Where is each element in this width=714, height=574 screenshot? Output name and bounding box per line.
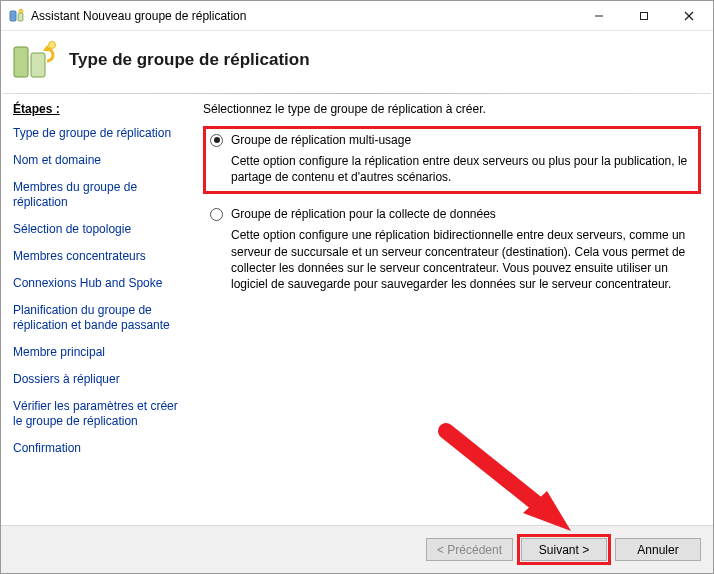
radio-multi-usage[interactable] [210,134,223,147]
steps-sidebar: Étapes : Type de groupe de réplication N… [13,102,193,525]
option-multi-usage-head[interactable]: Groupe de réplication multi-usage [210,133,692,147]
minimize-button[interactable] [576,2,621,30]
option-multi-usage-desc: Cette option configure la réplication en… [231,153,692,185]
app-icon [9,8,25,24]
wizard-window: Assistant Nouveau groupe de réplication … [0,0,714,574]
step-folders[interactable]: Dossiers à répliquer [13,372,183,387]
titlebar: Assistant Nouveau groupe de réplication [1,1,713,31]
option-data-collection-head[interactable]: Groupe de réplication pour la collecte d… [210,207,692,221]
svg-rect-4 [640,12,647,19]
radio-data-collection[interactable] [210,208,223,221]
svg-rect-8 [31,53,45,77]
step-review[interactable]: Vérifier les paramètres et créer le grou… [13,399,183,429]
previous-button: < Précédent [426,538,513,561]
close-button[interactable] [666,2,711,30]
page-header: Type de groupe de réplication [1,31,713,93]
step-members[interactable]: Membres du groupe de réplication [13,180,183,210]
svg-point-2 [19,9,23,13]
step-confirmation[interactable]: Confirmation [13,441,183,456]
option-multi-usage-label: Groupe de réplication multi-usage [231,133,411,147]
window-title: Assistant Nouveau groupe de réplication [31,9,576,23]
cancel-button[interactable]: Annuler [615,538,701,561]
step-type[interactable]: Type de groupe de réplication [13,126,183,141]
step-hub-spoke[interactable]: Connexions Hub and Spoke [13,276,183,291]
step-hub-members[interactable]: Membres concentrateurs [13,249,183,264]
next-button[interactable]: Suivant > [521,538,607,561]
footer: < Précédent Suivant > Annuler [1,525,713,573]
content-pane: Sélectionnez le type de groupe de réplic… [193,102,701,525]
step-primary-member[interactable]: Membre principal [13,345,183,360]
option-multi-usage[interactable]: Groupe de réplication multi-usage Cette … [203,126,701,194]
instruction-text: Sélectionnez le type de groupe de réplic… [203,102,701,116]
step-topology[interactable]: Sélection de topologie [13,222,183,237]
body: Étapes : Type de groupe de réplication N… [1,94,713,525]
step-schedule[interactable]: Planification du groupe de réplication e… [13,303,183,333]
svg-point-10 [49,42,56,49]
svg-rect-7 [14,47,28,77]
step-name-domain[interactable]: Nom et domaine [13,153,183,168]
page-title: Type de groupe de réplication [69,50,310,70]
steps-header: Étapes : [13,102,183,116]
maximize-button[interactable] [621,2,666,30]
svg-rect-1 [18,13,23,21]
wizard-icon [11,39,59,81]
option-data-collection-desc: Cette option configure une réplication b… [231,227,692,292]
option-data-collection-label: Groupe de réplication pour la collecte d… [231,207,496,221]
svg-rect-0 [10,11,16,21]
window-controls [576,2,711,30]
options-group: Groupe de réplication multi-usage Cette … [203,126,701,301]
option-data-collection[interactable]: Groupe de réplication pour la collecte d… [203,200,701,301]
